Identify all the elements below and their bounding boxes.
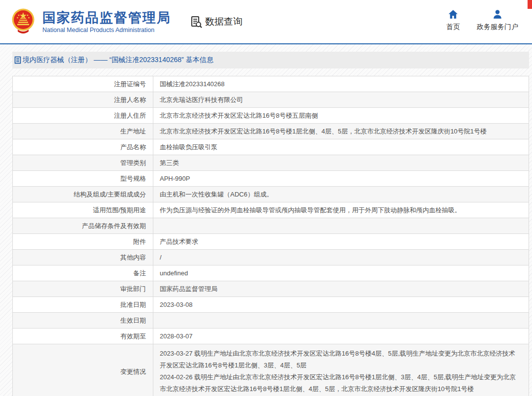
table-row: 备注undefined [13,265,529,281]
row-value: APH-990P [153,171,529,186]
row-label: 其他内容 [13,250,153,265]
org-title: 国家药品监督管理局 [42,10,171,25]
table-row: 产品名称血栓抽吸负压吸引泵 [13,139,529,155]
breadcrumb: 境内医疗器械（注册） —— “国械注准20233140268” 基本信息 [12,52,529,68]
table-row: 适用范围/预期用途作为负压源与经验证的外周血栓抽吸导管或颅内抽吸导管配套使用，用… [13,202,529,218]
breadcrumb-text: 境内医疗器械（注册） —— “国械注准20233140268” 基本信息 [23,56,213,65]
row-value-text: 作为负压源与经验证的外周血栓抽吸导管或颅内抽吸导管配套使用，用于外周下肢动静脉和… [160,206,521,214]
row-label-text: 生效日期 [120,316,146,325]
data-query-label: 数据查询 [205,15,243,28]
main-content: 境内医疗器械（注册） —— “国械注准20233140268” 基本信息 注册证… [0,44,532,396]
row-label: 注册人名称 [13,92,153,107]
table-row: 变更情况2023-03-27 载明生产地址由北京市北京经济技术开发区宏达北路16… [13,344,529,396]
row-label: 结构及组成/主要组成成分 [13,187,153,202]
row-value-text: 第三类 [160,159,521,167]
row-value-text: 产品技术要求 [160,237,521,246]
row-label: 生效日期 [13,313,153,328]
row-value-text: 北京市北京经济技术开发区宏达北路16号8号楼1层北侧、4层、5层，北京市北京经济… [160,127,521,135]
row-value: 作为负压源与经验证的外周血栓抽吸导管或颅内抽吸导管配套使用，用于外周下肢动静脉和… [153,202,529,218]
row-value [153,218,529,233]
row-label: 管理类别 [13,155,153,170]
row-label: 产品名称 [13,139,153,155]
nav-gov-portal-label: 政务服务门户 [477,23,518,32]
row-label-text: 审批部门 [120,285,146,293]
row-label-text: 产品储存条件及有效期 [82,222,146,230]
row-label-text: 变更情况 [120,367,146,376]
row-value-text: 北京先瑞达医疗科技有限公司 [160,96,521,104]
row-label-text: 注册人名称 [114,96,146,104]
table-row: 附件产品技术要求 [13,234,529,250]
table-row: 结构及组成/主要组成成分由主机和一次性收集罐（ADC6）组成。 [13,187,529,202]
home-icon [448,9,459,20]
row-value: 国家药品监督管理局 [153,281,529,297]
table-row: 生产地址北京市北京经济技术开发区宏达北路16号8号楼1层北侧、4层、5层，北京市… [13,124,529,139]
row-value: 北京市北京经济技术开发区宏达北路16号8号楼1层北侧、4层、5层，北京市北京经济… [153,124,529,139]
row-label-text: 其他内容 [120,253,146,262]
nav-gov-portal[interactable]: 政务服务门户 [477,9,518,32]
row-label-text: 型号规格 [120,174,146,183]
table-row: 批准日期2023-03-08 [13,297,529,313]
data-query-icon [190,15,203,29]
info-table: 注册证编号国械注准20233140268注册人名称北京先瑞达医疗科技有限公司注册… [12,76,529,396]
row-label-text: 批准日期 [120,300,146,309]
row-value-text: 北京市北京经济技术开发区宏达北路16号8号楼五层南侧 [160,111,521,120]
row-label: 审批部门 [13,281,153,297]
row-label-text: 管理类别 [120,159,146,167]
row-value-text: APH-990P [160,174,521,183]
org-subtitle: National Medical Products Administration [42,27,171,33]
corner-badge [528,0,532,9]
nav-home[interactable]: 首页 [446,9,460,32]
table-row: 注册证编号国械注准20233140268 [13,76,529,92]
row-value-text: 国械注准20233140268 [160,80,521,88]
change-record-line: 2024-02-26 载明生产地址由北京市北京经济技术开发区宏达北路16号8号楼… [160,371,521,395]
row-value [153,313,529,328]
nmpa-logo: 国家药品监督管理局 National Medical Products Admi… [11,8,171,35]
row-label: 型号规格 [13,171,153,186]
row-label: 生产地址 [13,124,153,139]
row-value-text: 2023-03-08 [160,300,521,309]
row-label-text: 产品名称 [120,143,146,151]
row-value: 北京市北京经济技术开发区宏达北路16号8号楼五层南侧 [153,108,529,123]
table-row: 其他内容/ [13,250,529,265]
row-value-text: / [160,253,521,262]
row-label: 批准日期 [13,297,153,312]
row-label-text: 注册人住所 [114,111,146,120]
row-value: 国械注准20233140268 [153,76,529,92]
nav-home-label: 首页 [446,23,460,32]
row-value: 2028-03-07 [153,329,529,344]
page-header: 国家药品监督管理局 National Medical Products Admi… [0,0,532,43]
row-label-text: 生产地址 [120,127,146,135]
row-label: 变更情况 [13,344,153,396]
row-value: 血栓抽吸负压吸引泵 [153,139,529,155]
row-label: 产品储存条件及有效期 [13,218,153,233]
row-value: 2023-03-27 载明生产地址由北京市北京经济技术开发区宏达北路16号8号楼… [153,344,529,396]
row-label: 备注 [13,265,153,281]
row-value: 第三类 [153,155,529,170]
header-nav: 首页 政务服务门户 [446,9,518,32]
row-label-text: 注册证编号 [114,80,146,88]
row-value-text: 国家药品监督管理局 [160,285,521,293]
table-row: 有效期至2028-03-07 [13,329,529,344]
row-label: 适用范围/预期用途 [13,202,153,218]
row-label: 注册人住所 [13,108,153,123]
table-row: 注册人名称北京先瑞达医疗科技有限公司 [13,92,529,108]
row-label: 附件 [13,234,153,249]
table-row: 产品储存条件及有效期 [13,218,529,234]
row-label: 有效期至 [13,329,153,344]
row-value-text: undefined [160,269,521,277]
table-row: 型号规格APH-990P [13,171,529,187]
row-value: 北京先瑞达医疗科技有限公司 [153,92,529,107]
user-icon [492,9,503,20]
row-value: undefined [153,265,529,281]
row-label-text: 有效期至 [120,332,146,340]
data-query-tab[interactable]: 数据查询 [190,15,243,29]
row-value: 由主机和一次性收集罐（ADC6）组成。 [153,187,529,202]
table-row: 生效日期 [13,313,529,329]
row-value: / [153,250,529,265]
row-value-text: 血栓抽吸负压吸引泵 [160,143,521,151]
table-row: 管理类别第三类 [13,155,529,171]
table-row: 审批部门国家药品监督管理局 [13,281,529,297]
row-label-text: 适用范围/预期用途 [93,206,146,214]
row-label: 注册证编号 [13,76,153,92]
row-label-text: 备注 [133,269,146,277]
